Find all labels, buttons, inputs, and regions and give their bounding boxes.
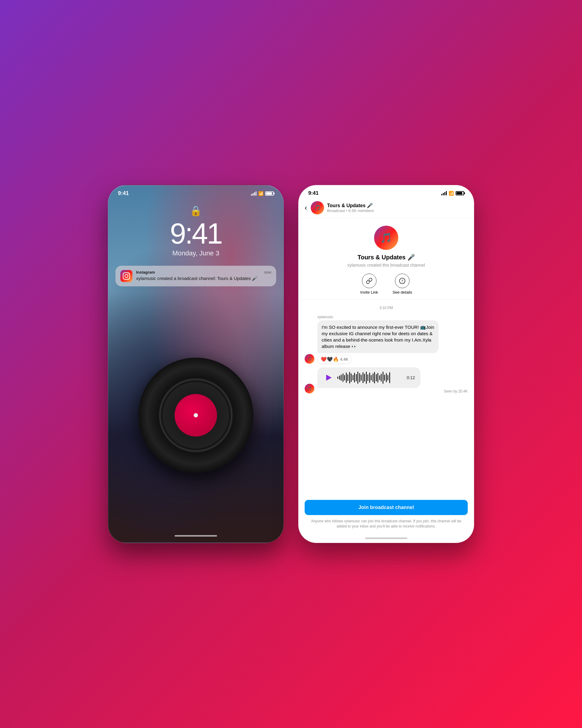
- channel-avatar-large: 🎵: [374, 226, 398, 250]
- audio-duration: 0:12: [407, 375, 415, 380]
- status-icons-right-group: 📶: [251, 191, 274, 196]
- lock-clock: 9:41 Monday, June 3: [108, 219, 283, 257]
- lock-time: 9:41: [108, 219, 283, 248]
- home-indicator-right: [365, 538, 408, 539]
- wave-bar: [389, 372, 390, 383]
- notif-app-name: Instagram: [136, 270, 155, 275]
- wave-bar: [367, 374, 368, 381]
- wave-bar: [351, 373, 352, 382]
- see-details-label: See details: [392, 290, 412, 294]
- status-bar-left: 9:41 📶: [108, 185, 283, 199]
- message-group-audio: 🎵 0:12 Seen by 20.4K: [305, 367, 468, 393]
- join-disclaimer: Anyone who follows xylamusic can join th…: [305, 519, 468, 529]
- wave-bar: [376, 374, 377, 381]
- channel-created: xylamusic created this broadcast channel: [348, 263, 425, 267]
- vinyl-record: [138, 358, 253, 473]
- wave-bar: [366, 371, 367, 384]
- wave-bar: [357, 371, 358, 384]
- wave-bar: [383, 371, 384, 384]
- chat-messages: 3:10 PM 🎵 xylamusic I'm SO excited to an…: [299, 300, 474, 496]
- wave-bar: [341, 374, 342, 381]
- msg-avatar-audio: 🎵: [305, 384, 314, 393]
- wave-bar: [344, 375, 345, 381]
- vinyl-area: [108, 295, 283, 535]
- wave-bar: [387, 375, 388, 381]
- wave-bar: [384, 374, 385, 381]
- wave-bar: [354, 373, 355, 383]
- wifi-icon-right: 📶: [449, 191, 454, 196]
- invite-link-label: Invite Link: [360, 290, 378, 294]
- reaction-emojis: ❤️🖤🔥: [321, 357, 339, 362]
- chat-bottom: Join broadcast channel Anyone who follow…: [299, 496, 474, 535]
- wave-bar: [369, 372, 370, 383]
- channel-actions: Invite Link See details: [360, 274, 412, 294]
- status-bar-right: 9:41 📶: [299, 185, 474, 199]
- join-broadcast-button[interactable]: Join broadcast channel: [305, 500, 468, 515]
- wave-bar: [349, 372, 350, 383]
- wave-bar: [348, 374, 348, 381]
- play-button[interactable]: [323, 372, 334, 383]
- wave-bar: [339, 375, 340, 380]
- message-group-text: 🎵 xylamusic I'm SO excited to announce m…: [305, 315, 468, 364]
- message-content-audio: 0:12 Seen by 20.4K: [317, 367, 468, 393]
- audio-bubble[interactable]: 0:12: [317, 367, 420, 388]
- home-indicator-left: [175, 535, 217, 537]
- channel-info: 🎵 Tours & Updates 🎤 xylamusic created th…: [299, 218, 474, 300]
- header-title: Tours & Updates 🎤: [327, 203, 468, 208]
- msg-bubble-text: I'm SO excited to announce my first-ever…: [317, 320, 439, 353]
- wave-bar: [361, 374, 362, 381]
- see-details-action[interactable]: See details: [392, 274, 412, 294]
- wave-bar: [342, 373, 343, 382]
- signal-bars-left: [251, 191, 256, 196]
- wave-bar: [386, 373, 387, 382]
- status-time-right: 9:41: [308, 190, 318, 196]
- notif-content: Instagram now xylamusic created a broadc…: [136, 270, 271, 282]
- header-subtitle: Broadcast • 6.5K members: [327, 208, 468, 213]
- time-divider: 3:10 PM: [305, 306, 468, 310]
- status-icons-right: 📶: [441, 191, 464, 196]
- reaction-count: 4.4K: [340, 357, 348, 362]
- msg-avatar-text: 🎵: [305, 354, 314, 364]
- signal-bars-right: [441, 191, 447, 196]
- wave-bar: [378, 373, 378, 383]
- wave-bar: [346, 372, 347, 383]
- invite-link-icon-circle: [362, 274, 377, 288]
- wave-bar: [372, 373, 373, 382]
- message-content-text: xylamusic I'm SO excited to announce my …: [317, 315, 468, 364]
- channel-name: Tours & Updates 🎤: [357, 254, 415, 261]
- lock-date: Monday, June 3: [108, 249, 283, 257]
- notification-box[interactable]: Instagram now xylamusic created a broadc…: [115, 266, 276, 286]
- wave-bar: [364, 374, 365, 382]
- wifi-icon-left: 📶: [258, 191, 264, 196]
- see-details-icon-circle: [395, 274, 410, 288]
- wave-bar: [359, 373, 360, 382]
- wave-bar: [381, 374, 382, 382]
- header-info: Tours & Updates 🎤 Broadcast • 6.5K membe…: [327, 203, 468, 213]
- wave-bar: [353, 375, 354, 381]
- notif-time: now: [264, 270, 271, 275]
- msg-reactions[interactable]: ❤️🖤🔥 4.4K: [317, 355, 352, 364]
- notif-app-icon: [120, 270, 133, 282]
- notif-header: Instagram now: [136, 270, 271, 275]
- wave-bar: [356, 374, 357, 381]
- vinyl-center: [194, 413, 198, 417]
- wave-bar: [379, 375, 380, 380]
- phone-right: 9:41 📶 ‹ 🎵 Tours & Updates 🎤 Broa: [298, 185, 474, 543]
- wave-bar: [374, 372, 375, 383]
- wave-bar: [337, 376, 338, 379]
- phone-left: 9:41 📶 🔒 9:41: [108, 185, 284, 543]
- back-button[interactable]: ‹: [305, 204, 307, 212]
- status-time-left: 9:41: [118, 190, 129, 197]
- battery-icon-left: [265, 191, 274, 196]
- header-avatar: 🎵: [311, 201, 324, 214]
- phones-container: 9:41 📶 🔒 9:41: [108, 185, 474, 543]
- chat-header: ‹ 🎵 Tours & Updates 🎤 Broadcast • 6.5K m…: [299, 199, 474, 218]
- play-triangle-icon: [326, 374, 332, 381]
- seen-by: Seen by 20.4K: [317, 389, 468, 393]
- lock-icon: 🔒: [108, 199, 283, 216]
- wave-bar: [371, 375, 371, 381]
- wave-bar: [363, 372, 363, 383]
- invite-link-action[interactable]: Invite Link: [360, 274, 378, 294]
- battery-icon-right: [455, 191, 464, 196]
- waveform: [337, 371, 403, 384]
